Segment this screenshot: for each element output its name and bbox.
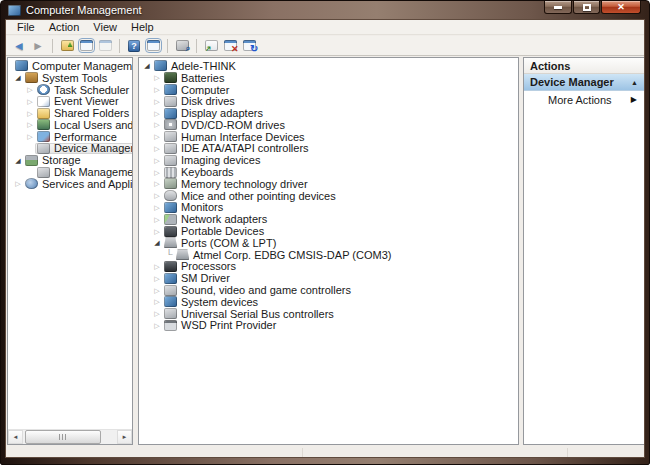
expander-icon[interactable]: ▷ — [152, 275, 162, 282]
expander-icon[interactable]: ◢ — [142, 62, 152, 69]
scrollbar-thumb[interactable] — [25, 430, 101, 444]
titlebar[interactable]: Computer Management ✕ — [1, 1, 649, 19]
uninstall-device-button[interactable] — [222, 38, 238, 53]
minimize-button[interactable] — [544, 1, 572, 14]
tree-item-body[interactable]: DVD/CD-ROM drives — [162, 119, 287, 131]
tree-item-body[interactable]: Services and Applications — [23, 178, 132, 190]
tree-item-body[interactable]: Adele-THINK — [152, 60, 238, 72]
tree-row[interactable]: ▷Display adapters — [139, 107, 518, 119]
tree-item-body[interactable]: Disk Management — [35, 166, 132, 178]
expander-icon[interactable]: ◢ — [13, 157, 23, 164]
expander-icon[interactable]: ◢ — [13, 74, 23, 81]
expander-icon[interactable]: ▷ — [152, 145, 162, 152]
tree-row[interactable]: ▷Keyboards — [139, 166, 518, 178]
tree-item-body[interactable]: Batteries — [162, 72, 226, 84]
expander-icon[interactable]: ▷ — [152, 287, 162, 294]
tree-row[interactable]: ▷IDE ATA/ATAPI controllers — [139, 143, 518, 155]
help-button[interactable]: ? — [126, 38, 142, 53]
expander-icon[interactable]: ▷ — [152, 133, 162, 140]
expander-icon[interactable]: ▷ — [152, 110, 162, 117]
scan-hardware-changes-button[interactable] — [241, 38, 257, 53]
expander-icon[interactable]: ▷ — [152, 180, 162, 187]
expander-icon[interactable]: ▷ — [152, 98, 162, 105]
tree-row[interactable]: ▷Processors — [139, 261, 518, 273]
tree-item-body[interactable]: Keyboards — [162, 166, 236, 178]
tree-row[interactable]: ▷Portable Devices — [139, 225, 518, 237]
tree-row[interactable]: Device Manager — [8, 143, 132, 155]
tree-item-body[interactable]: IDE ATA/ATAPI controllers — [162, 143, 311, 155]
expander-icon[interactable]: ▷ — [152, 121, 162, 128]
expander-icon[interactable]: ▷ — [152, 228, 162, 235]
tree-row[interactable]: ▷Event Viewer — [8, 95, 132, 107]
show-window-button[interactable] — [145, 38, 161, 53]
tree-row[interactable]: ▷Batteries — [139, 72, 518, 84]
scroll-left-button[interactable]: ◄ — [8, 430, 23, 444]
scan-computer-button[interactable] — [174, 38, 190, 53]
expander-icon[interactable]: ▷ — [152, 204, 162, 211]
tree-item-body[interactable]: Memory technology driver — [162, 178, 310, 190]
tree-item-body[interactable]: Monitors — [162, 202, 225, 214]
tree-row[interactable]: ◢System Tools — [8, 72, 132, 84]
back-button[interactable]: ◄ — [11, 38, 27, 53]
scroll-right-button[interactable]: ► — [117, 430, 132, 444]
tree-row[interactable]: ◢Ports (COM & LPT) — [139, 237, 518, 249]
tree-row[interactable]: Computer Management (Local — [8, 60, 132, 72]
expander-icon[interactable]: ▷ — [25, 98, 35, 105]
tree-item-body[interactable]: Imaging devices — [162, 154, 263, 166]
expander-icon[interactable]: ▷ — [25, 86, 35, 93]
tree-item-body[interactable]: System devices — [162, 296, 260, 308]
tree-item-body[interactable]: Event Viewer — [35, 95, 121, 107]
tree-row[interactable]: ▷Imaging devices — [139, 154, 518, 166]
collapse-chevron-icon[interactable]: ▲ — [631, 79, 638, 86]
tree-row[interactable]: ▷Task Scheduler — [8, 84, 132, 96]
actions-group-device-manager[interactable]: Device Manager ▲ — [524, 74, 644, 91]
tree-item-body[interactable]: Atmel Corp. EDBG CMSIS-DAP (COM3) — [174, 249, 393, 261]
tree-item-body[interactable]: Local Users and Groups — [35, 119, 132, 131]
tree-row[interactable]: ▷Mice and other pointing devices — [139, 190, 518, 202]
tree-item-body[interactable]: Network adapters — [162, 213, 269, 225]
tree-item-body[interactable]: Disk drives — [162, 95, 237, 107]
tree-row[interactable]: ▷Computer — [139, 84, 518, 96]
expander-icon[interactable]: ▷ — [152, 169, 162, 176]
tree-row[interactable]: ◢Adele-THINK — [139, 60, 518, 72]
maximize-button[interactable] — [573, 1, 600, 14]
tree-row[interactable]: ▷Monitors — [139, 202, 518, 214]
expander-icon[interactable]: ▷ — [25, 133, 35, 140]
tree-item-body[interactable]: Human Interface Devices — [162, 131, 307, 143]
tree-item-body[interactable]: Processors — [162, 261, 238, 273]
tree-item-body[interactable]: Storage — [23, 154, 83, 166]
tree-row[interactable]: ▷Memory technology driver — [139, 178, 518, 190]
tree-item-body[interactable]: Device Manager — [35, 143, 132, 155]
expander-icon[interactable]: ▷ — [152, 310, 162, 317]
tree-row[interactable]: ▷Disk drives — [139, 95, 518, 107]
tree-item-body[interactable]: Universal Serial Bus controllers — [162, 308, 336, 320]
menu-help[interactable]: Help — [124, 20, 161, 34]
expander-icon[interactable]: ▷ — [152, 74, 162, 81]
tree-item-body[interactable]: Performance — [35, 131, 119, 143]
tree-row[interactable]: ▷SM Driver — [139, 272, 518, 284]
tree-row[interactable]: ▷Human Interface Devices — [139, 131, 518, 143]
scrollbar-track[interactable] — [101, 430, 117, 444]
expander-icon[interactable]: ◢ — [152, 239, 162, 246]
tree-item-body[interactable]: Mice and other pointing devices — [162, 190, 338, 202]
expander-icon[interactable]: ▷ — [152, 216, 162, 223]
close-button[interactable]: ✕ — [601, 1, 641, 14]
tree-item-body[interactable]: SM Driver — [162, 272, 232, 284]
tree-row[interactable]: ▷Universal Serial Bus controllers — [139, 308, 518, 320]
menu-action[interactable]: Action — [42, 20, 87, 34]
tree-row[interactable]: ▷Performance — [8, 131, 132, 143]
menu-file[interactable]: File — [10, 20, 42, 34]
expander-icon[interactable]: ▷ — [25, 121, 35, 128]
tree-row[interactable]: ▷Services and Applications — [8, 178, 132, 190]
show-console-tree-button[interactable] — [59, 38, 75, 53]
expander-icon[interactable]: ▷ — [25, 110, 35, 117]
tree-row[interactable]: ▷System devices — [139, 296, 518, 308]
tree-row[interactable]: ▷Shared Folders — [8, 107, 132, 119]
tree-item-body[interactable]: WSD Print Provider — [162, 320, 278, 332]
tree-item-body[interactable]: System Tools — [23, 72, 109, 84]
expander-icon[interactable]: ▷ — [152, 322, 162, 329]
tree-row[interactable]: ◢Storage — [8, 154, 132, 166]
tree-row[interactable]: └Atmel Corp. EDBG CMSIS-DAP (COM3) — [139, 249, 518, 261]
expander-icon[interactable]: ▷ — [152, 157, 162, 164]
more-actions-item[interactable]: More Actions ▶ — [524, 91, 644, 108]
